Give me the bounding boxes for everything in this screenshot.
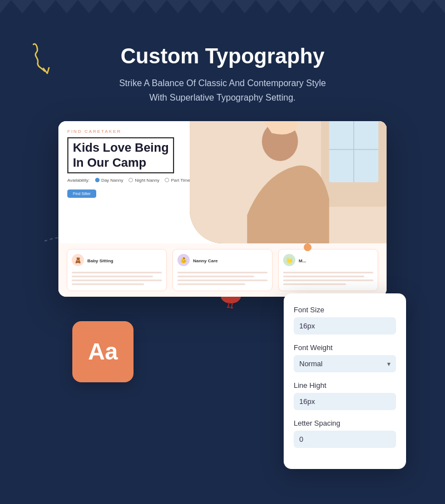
line-height-label: Line Hight (294, 381, 396, 390)
browser-mockup: FIND CARETAKER Kids Love Being In Our Ca… (58, 121, 387, 297)
baby-sitting-card: 🧸 Baby Sitting (67, 249, 167, 291)
site-availability: Availability: Day Nanny Night Nanny Part… (67, 178, 197, 183)
baby-sitting-title: Baby Sitting (87, 258, 113, 263)
radio-day-nanny: Day Nanny (95, 178, 123, 183)
site-tag: FIND CARETAKER (67, 129, 197, 134)
zigzag-border (0, 0, 445, 22)
nanny-care-card: 👶 Nanny Care (172, 249, 273, 291)
nanny-care-lines (177, 272, 268, 286)
letter-spacing-input[interactable]: 0 (294, 431, 396, 448)
more-lines (283, 272, 373, 286)
radio-part-time: Part Time (165, 178, 190, 183)
font-size-input[interactable]: 16px (294, 317, 396, 335)
font-size-field: Font Size 16px (294, 306, 396, 335)
typography-panel: Font Size 16px Font Weight Normal ▾ Line… (284, 293, 406, 469)
font-weight-field: Font Weight Normal ▾ (294, 343, 396, 372)
services-cards: 🧸 Baby Sitting 👶 Nanny Care (58, 243, 387, 297)
page-title: Custom Typography (22, 44, 423, 68)
find-sitter-button[interactable]: Find Sitter (67, 189, 96, 198)
baby-sitting-icon: 🧸 (72, 254, 84, 266)
page-header: Custom Typography Strike A Balance Of Cl… (22, 39, 423, 104)
more-card: 🌟 M... (278, 249, 378, 291)
chevron-down-icon: ▾ (387, 360, 390, 368)
main-content: FIND CARETAKER Kids Love Being In Our Ca… (22, 121, 423, 297)
font-weight-label: Font Weight (294, 343, 396, 352)
squiggle-decoration (28, 39, 67, 72)
more-title: M... (299, 258, 306, 263)
site-heading: Kids Love Being In Our Camp (67, 137, 174, 173)
more-icon: 🌟 (283, 254, 295, 266)
font-size-label: Font Size (294, 306, 396, 314)
font-weight-select[interactable]: Normal ▾ (294, 355, 396, 372)
svg-line-12 (231, 303, 233, 308)
hero-image (190, 121, 387, 243)
nanny-care-icon: 👶 (177, 254, 190, 266)
nanny-care-title: Nanny Care (193, 258, 217, 263)
aa-typography-badge: Aa (72, 321, 134, 382)
line-height-field: Line Hight 16px (294, 381, 396, 410)
line-height-input[interactable]: 16px (294, 393, 396, 410)
letter-spacing-field: Letter Spacing 0 (294, 419, 396, 448)
letter-spacing-label: Letter Spacing (294, 419, 396, 427)
radio-night-nanny: Night Nanny (128, 178, 159, 183)
page-subtitle: Strike A Balance Of Classic And Contempo… (22, 76, 423, 104)
baby-sitting-lines (72, 272, 162, 286)
